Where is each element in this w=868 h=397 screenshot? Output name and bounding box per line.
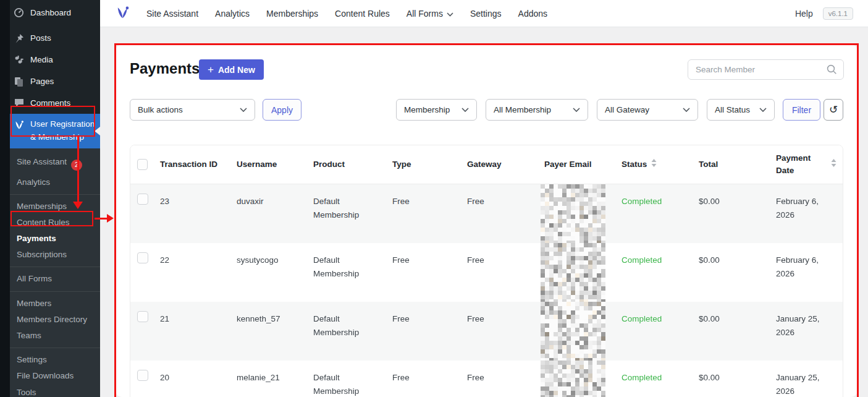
pushpin-icon xyxy=(13,32,25,44)
submenu-item-file-downloads[interactable]: File Downloads xyxy=(10,368,100,384)
apply-button[interactable]: Apply xyxy=(263,99,301,121)
cell-status: Completed xyxy=(615,302,693,361)
chevron-down-icon xyxy=(759,105,767,114)
cell-type: Free xyxy=(386,243,461,302)
topnav-analytics[interactable]: Analytics xyxy=(215,9,250,19)
add-new-button[interactable]: + Add New xyxy=(199,59,264,80)
chevron-down-icon xyxy=(447,9,453,19)
submenu-item-members-directory[interactable]: Members Directory xyxy=(10,312,100,328)
sidebar-item-comments[interactable]: Comments xyxy=(10,92,100,114)
row-checkbox[interactable] xyxy=(137,311,148,322)
table-header-row: Transaction ID Username Product Type Gat… xyxy=(130,145,843,184)
cell-username: duvaxir xyxy=(230,184,307,243)
cell-payment-date: February 6, 2026 xyxy=(770,243,843,302)
sort-icon[interactable] xyxy=(831,158,836,171)
sort-icon[interactable] xyxy=(651,158,657,171)
help-link[interactable]: Help xyxy=(795,9,813,19)
reset-icon: ↺ xyxy=(829,103,838,116)
table-row: 22 sysutycogo Default Membership Free Fr… xyxy=(130,243,843,302)
submenu-divider xyxy=(10,348,100,348)
admin-menu: Dashboard Posts Media Pages Comments xyxy=(10,0,100,397)
table-row: 21 kenneth_57 Default Membership Free Fr… xyxy=(130,302,843,361)
pixelated-email-redaction xyxy=(541,361,605,397)
urm-submenu: Site Assistant2 Analytics Memberships Co… xyxy=(10,148,100,397)
submenu-divider xyxy=(10,291,100,292)
topbar-nav: Site Assistant Analytics Memberships Con… xyxy=(146,9,547,19)
plugin-topbar: Site Assistant Analytics Memberships Con… xyxy=(100,0,868,27)
sidebar-item-pages[interactable]: Pages xyxy=(10,70,100,92)
row-checkbox[interactable] xyxy=(137,370,148,381)
submenu-item-content-rules[interactable]: Content Rules xyxy=(10,215,100,231)
cell-total: $0.00 xyxy=(693,361,770,397)
all-membership-select[interactable]: All Membership xyxy=(486,99,588,121)
cell-type: Free xyxy=(386,184,461,243)
sidebar-item-media[interactable]: Media xyxy=(10,49,100,70)
search-icon xyxy=(827,64,837,77)
cell-payer-email xyxy=(538,243,615,302)
header-payment-date[interactable]: Payment Date xyxy=(770,145,843,184)
submenu-item-payments[interactable]: Payments xyxy=(10,231,100,247)
reset-filters-button[interactable]: ↺ xyxy=(824,99,843,121)
pixelated-email-redaction xyxy=(541,243,605,302)
cell-transaction-id: 23 xyxy=(154,184,230,243)
cell-payer-email xyxy=(538,361,615,397)
annotation-arrowhead-right xyxy=(107,214,114,223)
topnav-site-assistant[interactable]: Site Assistant xyxy=(146,9,198,19)
table-row: 20 melanie_21 Default Membership Free Fr… xyxy=(130,361,843,397)
cell-total: $0.00 xyxy=(693,302,770,361)
status-badge: Completed xyxy=(622,314,662,323)
table-body: 23 duvaxir Default Membership Free Free … xyxy=(130,184,843,397)
cell-username: kenneth_57 xyxy=(230,302,307,361)
cell-type: Free xyxy=(386,361,461,397)
select-all-checkbox[interactable] xyxy=(137,159,148,170)
submenu-item-site-assistant[interactable]: Site Assistant2 xyxy=(10,154,100,174)
cell-payment-date: January 25, 2026 xyxy=(770,361,843,397)
sidebar-item-user-registration-membership[interactable]: User Registration & Membership xyxy=(10,114,100,148)
submenu-item-all-forms[interactable]: All Forms xyxy=(10,271,100,287)
sidebar-item-posts[interactable]: Posts xyxy=(10,27,100,49)
status-badge: Completed xyxy=(622,255,662,265)
cell-product: Default Membership xyxy=(307,302,386,361)
pixelated-email-redaction xyxy=(541,302,605,361)
version-badge: v6.1.1 xyxy=(823,7,853,20)
plus-icon: + xyxy=(208,64,214,75)
header-username: Username xyxy=(230,145,307,184)
submenu-item-teams[interactable]: Teams xyxy=(10,328,100,344)
cell-payment-date: January 25, 2026 xyxy=(770,302,843,361)
all-status-select[interactable]: All Status xyxy=(707,99,775,121)
cell-status: Completed xyxy=(615,243,693,302)
filter-button[interactable]: Filter xyxy=(783,99,820,121)
row-checkbox[interactable] xyxy=(137,252,148,263)
submenu-item-members[interactable]: Members xyxy=(10,296,100,312)
submenu-item-settings[interactable]: Settings xyxy=(10,352,100,368)
submenu-item-subscriptions[interactable]: Subscriptions xyxy=(10,247,100,263)
submenu-divider xyxy=(10,267,100,267)
header-transaction-id: Transaction ID xyxy=(154,145,230,184)
submenu-item-memberships[interactable]: Memberships xyxy=(10,198,100,215)
topnav-all-forms[interactable]: All Forms xyxy=(407,9,453,19)
submenu-item-analytics[interactable]: Analytics xyxy=(10,174,100,190)
header-type: Type xyxy=(386,145,461,184)
cell-transaction-id: 22 xyxy=(154,243,230,302)
cell-total: $0.00 xyxy=(693,184,770,243)
urm-label-line2: & Membership xyxy=(30,132,84,142)
topnav-settings[interactable]: Settings xyxy=(470,9,502,19)
topnav-content-rules[interactable]: Content Rules xyxy=(335,9,390,19)
search-member-input[interactable] xyxy=(688,59,844,80)
row-checkbox[interactable] xyxy=(137,194,148,205)
cell-transaction-id: 20 xyxy=(154,361,230,397)
cell-username: sysutycogo xyxy=(230,243,307,302)
membership-select[interactable]: Membership xyxy=(396,99,477,121)
cell-payer-email xyxy=(538,184,615,243)
topnav-memberships[interactable]: Memberships xyxy=(266,9,318,19)
cell-type: Free xyxy=(386,302,461,361)
payments-table: Transaction ID Username Product Type Gat… xyxy=(130,145,843,397)
bulk-actions-select[interactable]: Bulk actions xyxy=(130,99,255,121)
submenu-item-tools[interactable]: Tools xyxy=(10,385,100,397)
cell-total: $0.00 xyxy=(693,243,770,302)
header-total: Total xyxy=(693,145,770,184)
all-gateway-select[interactable]: All Gateway xyxy=(597,99,698,121)
topnav-addons[interactable]: Addons xyxy=(518,9,547,19)
sidebar-item-dashboard[interactable]: Dashboard xyxy=(10,0,100,27)
header-status[interactable]: Status xyxy=(615,145,693,184)
